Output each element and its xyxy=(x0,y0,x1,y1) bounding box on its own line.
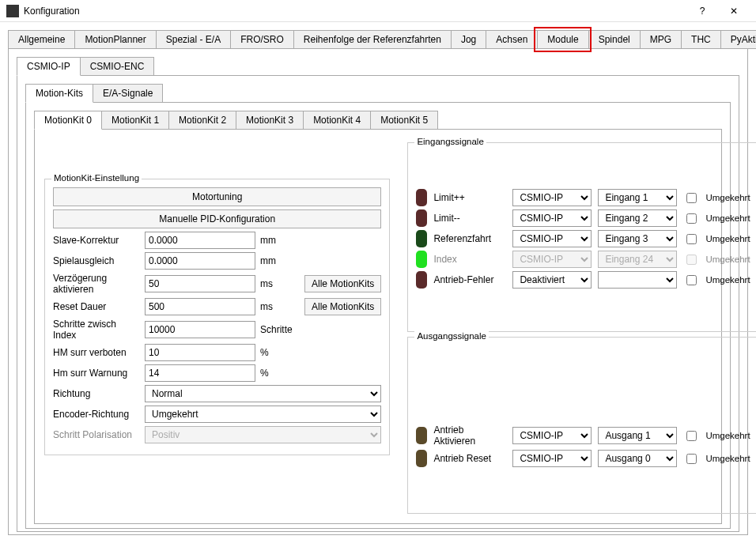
inverted-checkbox[interactable] xyxy=(686,454,697,464)
window-title: Konfiguration xyxy=(24,6,686,17)
schritt-pol-label: Schritt Polarisation xyxy=(53,429,140,440)
signal-pin-select[interactable] xyxy=(598,271,677,289)
hm-verb-input[interactable] xyxy=(145,344,255,361)
signal-source-select[interactable]: CSMIO-IP xyxy=(512,450,592,467)
csmio-tabs: Motion-KitsE/A-Signale xyxy=(25,84,731,103)
hm-warn-label: Hm surr Warnung xyxy=(53,368,140,379)
signal-pin-select[interactable]: Ausgang 1 xyxy=(598,427,677,444)
csmio-tab-e-a-signale[interactable]: E/A-Signale xyxy=(93,84,163,103)
slave-unit: mm xyxy=(260,235,295,246)
schritt-pol-select: Positiv xyxy=(145,426,381,443)
signal-label: Limit-- xyxy=(433,213,506,224)
inverted-label: Umgekehrt xyxy=(705,454,750,463)
signal-pin-select[interactable]: Eingang 2 xyxy=(598,209,677,227)
hm-verb-label: HM surr verboten xyxy=(53,347,140,358)
inputs-title: Eingangssignale xyxy=(414,137,486,146)
signal-pin-select[interactable]: Eingang 1 xyxy=(598,189,677,206)
signal-label: Antrieb Reset xyxy=(433,453,506,464)
tab-jog[interactable]: Jog xyxy=(451,30,486,49)
signal-source-select[interactable]: Deaktiviert xyxy=(512,271,592,289)
app-icon xyxy=(6,5,19,17)
tab-spezial-e-a[interactable]: Spezial - E/A xyxy=(156,30,231,49)
motortuning-button[interactable]: Motortuning xyxy=(53,187,381,206)
signal-row-limit-: Limit++CSMIO-IPEingang 1Umgekehrt xyxy=(416,189,750,206)
spiel-input[interactable] xyxy=(145,252,255,270)
signal-row-index: IndexCSMIO-IPEingang 24Umgekehrt xyxy=(416,251,750,268)
hm-verb-unit: % xyxy=(260,347,295,358)
signal-label: Referenzfahrt xyxy=(433,233,506,244)
status-led-icon xyxy=(416,271,427,289)
tab-mpg[interactable]: MPG xyxy=(640,30,682,49)
tab-module[interactable]: Module xyxy=(537,30,588,49)
main-tabs: AllgemeineMotionPlannerSpezial - E/AFRO/… xyxy=(8,30,748,49)
enc-dir-select[interactable]: Umgekehrt xyxy=(145,406,381,423)
tab-achsen[interactable]: Achsen xyxy=(486,30,538,49)
module-tab-csmio-enc[interactable]: CSMIO-ENC xyxy=(80,57,155,76)
reset-input[interactable] xyxy=(145,298,255,315)
inverted-checkbox xyxy=(686,255,697,265)
tab-spindel[interactable]: Spindel xyxy=(588,30,641,49)
enc-dir-label: Encoder-Richtung xyxy=(53,409,140,420)
signal-row-referenzfahrt: ReferenzfahrtCSMIO-IPEingang 3Umgekehrt xyxy=(416,230,750,247)
verz-unit: ms xyxy=(260,278,295,289)
close-button[interactable]: ✕ xyxy=(718,0,750,22)
signal-source-select[interactable]: CSMIO-IP xyxy=(512,427,592,444)
schritte-input[interactable] xyxy=(145,321,255,338)
motionkit-settings-group: MotionKit-Einstellung Motortuning Manuel… xyxy=(44,179,390,455)
status-led-icon xyxy=(416,427,427,444)
tab-motionplanner[interactable]: MotionPlanner xyxy=(74,30,156,49)
inverted-label: Umgekehrt xyxy=(705,431,750,440)
kit-tab-motionkit-5[interactable]: MotionKit 5 xyxy=(370,111,438,130)
signal-label: Antrieb Aktivieren xyxy=(433,424,506,447)
status-led-icon xyxy=(416,189,427,206)
signal-source-select[interactable]: CSMIO-IP xyxy=(512,189,592,206)
signal-label: Index xyxy=(433,254,506,265)
status-led-icon xyxy=(416,230,427,247)
slave-input[interactable] xyxy=(145,232,255,249)
help-button[interactable]: ? xyxy=(686,0,718,22)
tab-thc[interactable]: THC xyxy=(681,30,721,49)
kit-tab-motionkit-2[interactable]: MotionKit 2 xyxy=(168,111,236,130)
inverted-checkbox[interactable] xyxy=(686,234,697,244)
input-signals-group: Eingangssignale Limit++CSMIO-IPEingang 1… xyxy=(407,142,756,332)
inverted-checkbox[interactable] xyxy=(686,193,697,203)
hm-warn-input[interactable] xyxy=(145,364,255,382)
kit-tab-motionkit-4[interactable]: MotionKit 4 xyxy=(303,111,371,130)
verz-input[interactable] xyxy=(145,275,255,292)
hm-warn-unit: % xyxy=(260,368,295,379)
csmio-tab-motion-kits[interactable]: Motion-Kits xyxy=(25,84,93,103)
inverted-checkbox[interactable] xyxy=(686,431,697,441)
kit-tab-motionkit-3[interactable]: MotionKit 3 xyxy=(236,111,304,130)
signal-source-select: CSMIO-IP xyxy=(512,251,592,268)
all-kits-btn-1[interactable]: Alle MotionKits xyxy=(304,275,381,292)
kit-tabs: MotionKit 0MotionKit 1MotionKit 2MotionK… xyxy=(34,111,722,130)
inverted-label: Umgekehrt xyxy=(705,193,750,202)
kit-tab-motionkit-0[interactable]: MotionKit 0 xyxy=(34,111,102,130)
tab-fro-sro[interactable]: FRO/SRO xyxy=(230,30,294,49)
all-kits-btn-2[interactable]: Alle MotionKits xyxy=(304,298,381,315)
status-led-icon xyxy=(416,450,427,467)
schritte-label: Schritte zwisch Index xyxy=(53,319,140,341)
richtung-select[interactable]: Normal xyxy=(145,385,381,402)
signal-source-select[interactable]: CSMIO-IP xyxy=(512,230,592,247)
inverted-checkbox[interactable] xyxy=(686,213,697,224)
output-signals-group: Ausgangssignale Antrieb AktivierenCSMIO-… xyxy=(407,337,756,514)
kit-tab-motionkit-1[interactable]: MotionKit 1 xyxy=(101,111,169,130)
inverted-checkbox[interactable] xyxy=(686,275,697,285)
signal-row-antrieb-reset: Antrieb ResetCSMIO-IPAusgang 0Umgekehrt xyxy=(416,450,750,467)
signal-source-select[interactable]: CSMIO-IP xyxy=(512,209,592,227)
signal-pin-select[interactable]: Eingang 3 xyxy=(598,230,677,247)
module-tab-csmio-ip[interactable]: CSMIO-IP xyxy=(17,57,81,76)
verz-label: Verzögerung aktivieren xyxy=(53,273,140,295)
richtung-label: Richtung xyxy=(53,388,140,399)
signal-pin-select[interactable]: Ausgang 0 xyxy=(598,450,677,467)
pid-config-button[interactable]: Manuelle PID-Konfiguration xyxy=(53,209,381,228)
tab-reihenfolge-der-referenzfahrten[interactable]: Reihenfolge der Referenzfahrten xyxy=(293,30,452,49)
slave-label: Slave-Korrektur xyxy=(53,235,140,246)
tab-allgemeine[interactable]: Allgemeine xyxy=(8,30,75,49)
signal-label: Limit++ xyxy=(433,192,506,203)
reset-unit: ms xyxy=(260,301,295,312)
titlebar: Konfiguration ? ✕ xyxy=(0,0,756,22)
reset-label: Reset Dauer xyxy=(53,301,140,312)
tab-pyaktionen[interactable]: PyAktionen xyxy=(720,30,756,49)
